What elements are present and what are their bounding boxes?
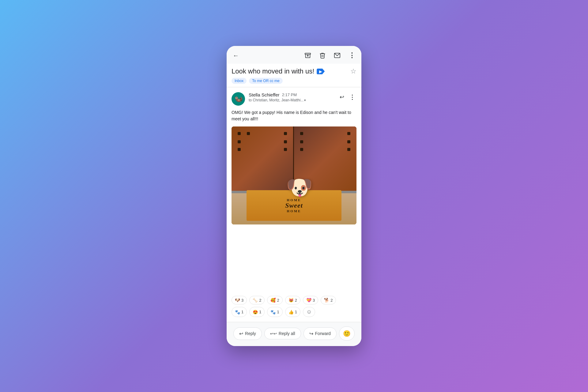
email-body-text: OMG! We got a puppy! His name is Edison … [232,109,356,122]
reaction-thumbs-up[interactable]: 👍1 [285,307,300,317]
forward-btn-label: Forward [315,331,331,336]
reply-all-button[interactable]: ↩↩ Reply all [264,328,301,339]
reactions-row-2: 🐾1 😍1 🐾1 👍1 ☺ [232,307,356,317]
reaction-paw[interactable]: 🐾1 [232,307,247,317]
emoji-react-button[interactable]: 🙂 [339,326,355,341]
tags-row: Inbox To me OR cc me [232,78,356,84]
dog-image: HOME Sweet HOME 🐶 [232,126,356,224]
archive-icon [304,52,311,59]
door-left [232,126,294,193]
subject-area: Look who moved in with us! ▶ ☆ Inbox To … [227,64,361,87]
sender-actions: ↩ ⋮ [338,92,356,102]
reply-btn-icon: ↩ [239,331,243,337]
delete-button[interactable] [318,51,327,60]
back-icon: ← [233,52,239,59]
emoji-btn-icon: 🙂 [343,330,351,337]
reaction-dog[interactable]: 🐶3 [232,296,247,304]
reaction-poodle[interactable]: 🐕2 [321,296,336,304]
email-more-icon: ⋮ [349,93,355,101]
more-icon: ⋮ [349,51,355,59]
archive-button[interactable] [303,51,312,60]
forward-btn-icon: ↪ [309,331,313,337]
sender-time: 2:17 PM [282,92,297,97]
reaction-love[interactable]: 🥰2 [267,296,282,304]
reaction-heart[interactable]: 💝3 [303,296,318,304]
delete-icon [319,52,326,59]
quick-reply-button[interactable]: ↩ [338,92,345,102]
phone-card: ← [227,46,361,346]
action-bar: ↩ Reply ↩↩ Reply all ↪ Forward 🙂 [227,322,361,346]
subject-text: Look who moved in with us! [232,67,314,75]
email-more-button[interactable]: ⋮ [348,92,356,102]
reply-all-btn-icon: ↩↩ [270,331,277,336]
to-me-tag[interactable]: To me OR cc me [249,78,282,84]
reaction-cat-heart[interactable]: 😻2 [285,296,300,304]
label-tag: ▶ [317,69,325,74]
inbox-tag[interactable]: Inbox [232,78,247,84]
star-icon: ☆ [350,67,356,75]
subject-title: Look who moved in with us! ▶ [232,67,325,75]
expand-recipients-icon[interactable]: ▾ [304,98,306,102]
email-body: 🦦 Stella Schieffer 2:17 PM to Christian,… [227,87,361,292]
avatar-emoji: 🦦 [234,95,243,103]
dog-emoji: 🐶 [286,175,313,200]
reply-btn-label: Reply [245,331,256,336]
svg-rect-0 [305,53,311,55]
add-emoji-icon: ☺ [306,309,312,315]
toolbar: ← [227,46,361,64]
back-button[interactable]: ← [232,51,240,60]
avatar: 🦦 [232,92,245,106]
mail-icon [334,52,341,59]
reply-icon: ↩ [340,94,344,100]
add-emoji-button[interactable]: ☺ [303,307,315,317]
reactions-row-1: 🐶3 🦴2 🥰2 😻2 💝3 🐕2 [232,296,356,304]
reaction-star-eyes[interactable]: 😍1 [249,307,265,317]
reply-all-btn-label: Reply all [279,331,295,336]
sender-name: Stella Schieffer [249,92,280,97]
mark-unread-button[interactable] [333,51,342,60]
sender-row: 🦦 Stella Schieffer 2:17 PM to Christian,… [232,87,356,109]
reaction-pawprint[interactable]: 🐾1 [267,307,282,317]
forward-button[interactable]: ↪ Forward [303,327,337,340]
sender-to[interactable]: to Christian, Moritz, Jean-Matthi... ▾ [249,98,335,102]
sender-info: Stella Schieffer 2:17 PM to Christian, M… [249,92,335,102]
reply-button[interactable]: ↩ Reply [233,327,262,340]
reactions-section: 🐶3 🦴2 🥰2 😻2 💝3 🐕2 🐾1 😍1 [227,292,361,322]
star-button[interactable]: ☆ [350,67,356,75]
more-options-button[interactable]: ⋮ [347,50,356,61]
sender-to-text: to Christian, Moritz, Jean-Matthi... [249,98,303,102]
reaction-bone[interactable]: 🦴2 [249,296,265,304]
